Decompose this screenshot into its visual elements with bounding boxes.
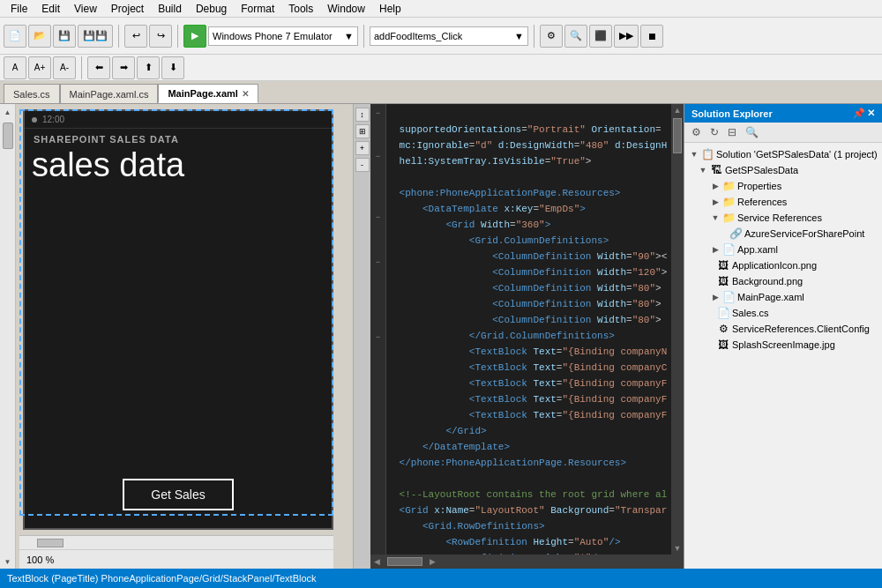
solution-pin-button[interactable]: 📌: [853, 108, 865, 119]
left-horiz-scrollbar[interactable]: [19, 535, 333, 549]
solution-root-item[interactable]: ▼ 📋 Solution 'GetSPSalesData' (1 project…: [684, 146, 882, 162]
tree-item-references[interactable]: ▶ 📁 References: [684, 194, 882, 210]
gutter-icon-2[interactable]: −: [372, 150, 385, 162]
solution-close-button[interactable]: ✕: [867, 108, 875, 119]
emulator-icon-rotate[interactable]: ↕: [355, 108, 370, 122]
open-file-button[interactable]: 📂: [28, 25, 51, 48]
service-references-arrow: ▼: [709, 213, 721, 222]
gutter-icon-4[interactable]: −: [372, 256, 385, 268]
sol-collapse-button[interactable]: ⊟: [724, 124, 740, 140]
emulator-icon-fit[interactable]: ⊞: [355, 124, 370, 138]
phone-screen: 12:00 SHAREPOINT SALES DATA sales data G…: [23, 109, 333, 530]
save-button[interactable]: 💾: [53, 25, 76, 48]
references-icon: 📁: [721, 195, 736, 209]
scroll-down-arrow[interactable]: ▼: [4, 555, 11, 569]
toolbar-btn-extra2[interactable]: 🔍: [564, 25, 587, 48]
redo-button[interactable]: ↪: [149, 25, 172, 48]
tab-mainpage-xaml[interactable]: MainPage.xaml ✕: [158, 84, 258, 103]
toolbar2-btn6[interactable]: ⬆: [137, 56, 160, 79]
tree-item-app-icon[interactable]: 🖼 ApplicationIcon.png: [684, 257, 882, 273]
code-bottom-left[interactable]: ◀: [370, 557, 384, 566]
second-toolbar: A A+ A- ⬅ ➡ ⬆ ⬇: [0, 55, 882, 81]
run-button[interactable]: ▶: [183, 25, 206, 48]
tree-item-sales-cs[interactable]: 📄 Sales.cs: [684, 305, 882, 321]
code-area: − − − − − supportedOrientations="Portrai…: [370, 104, 684, 555]
menu-project[interactable]: Project: [104, 1, 151, 17]
tab-sales-cs-label: Sales.cs: [13, 89, 50, 100]
tab-sales-cs[interactable]: Sales.cs: [4, 84, 60, 103]
project-item[interactable]: ▼ 🏗 GetSPSalesData: [684, 162, 882, 178]
scroll-up-arrow[interactable]: ▲: [4, 106, 11, 119]
save-all-button[interactable]: 💾💾: [78, 25, 113, 48]
code-bottom-right[interactable]: ▶: [426, 557, 439, 566]
tree-item-azure-service[interactable]: 🔗 AzureServiceForSharePoint: [684, 226, 882, 242]
code-panel: − − − − − supportedOrientations="Portrai…: [370, 104, 684, 569]
toolbar2-btn2[interactable]: A+: [28, 56, 51, 79]
tree-item-service-config[interactable]: ⚙ ServiceReferences.ClientConfig: [684, 321, 882, 337]
sol-properties-button[interactable]: ⚙: [688, 124, 705, 140]
horiz-scroll-thumb[interactable]: [37, 539, 64, 547]
main-area: ▲ ▼ 12:00 SHAREPOINT SALES DATA sales da…: [0, 104, 882, 569]
menu-view[interactable]: View: [67, 1, 104, 17]
tree-item-service-references[interactable]: ▼ 📁 Service References: [684, 210, 882, 226]
scroll-thumb[interactable]: [3, 123, 13, 149]
menu-tools[interactable]: Tools: [281, 1, 320, 17]
toolbar-btn-extra5[interactable]: ⏹: [640, 25, 663, 48]
toolbar2-btn7[interactable]: ⬇: [161, 56, 184, 79]
tree-item-splash[interactable]: 🖼 SplashScreenImage.jpg: [684, 337, 882, 353]
gutter-icon-1[interactable]: −: [372, 107, 385, 119]
menu-edit[interactable]: Edit: [34, 1, 67, 17]
sol-filter-button[interactable]: 🔍: [742, 124, 762, 140]
references-label: References: [737, 197, 787, 207]
service-config-icon: ⚙: [716, 322, 730, 336]
tab-mainpage-cs[interactable]: MainPage.xaml.cs: [60, 84, 159, 103]
tab-mainpage-xaml-close[interactable]: ✕: [242, 89, 249, 99]
code-scroll-down[interactable]: ▼: [671, 542, 684, 555]
gutter-icon-3[interactable]: −: [372, 211, 385, 223]
splash-label: SplashScreenImage.jpg: [732, 339, 835, 350]
code-scrollbar[interactable]: ▲ ▼: [671, 104, 684, 555]
toolbar-btn-extra1[interactable]: ⚙: [540, 25, 563, 48]
new-file-button[interactable]: 📄: [4, 25, 26, 48]
menu-build[interactable]: Build: [151, 1, 189, 17]
solution-root-label: Solution 'GetSPSalesData' (1 project): [716, 149, 878, 160]
menu-window[interactable]: Window: [320, 1, 372, 17]
get-sales-button[interactable]: Get Sales: [123, 479, 233, 510]
emulator-dropdown[interactable]: Windows Phone 7 Emulator ▼: [208, 26, 358, 46]
code-scroll-up[interactable]: ▲: [671, 104, 684, 116]
mainpage-icon: 📄: [721, 290, 736, 304]
sol-refresh-button[interactable]: ↻: [706, 124, 722, 140]
solution-header-buttons: 📌 ✕: [853, 108, 875, 119]
menu-format[interactable]: Format: [234, 1, 281, 17]
zoom-controls: 100 %: [19, 549, 333, 569]
sep2: [177, 25, 178, 48]
toolbar-btn-extra4[interactable]: ▶▶: [614, 25, 639, 48]
toolbar2-btn1[interactable]: A: [4, 56, 26, 79]
main-toolbar: 📄 📂 💾 💾💾 ↩ ↪ ▶ Windows Phone 7 Emulator …: [0, 18, 882, 55]
toolbar2-btn3[interactable]: A-: [53, 56, 76, 79]
menu-help[interactable]: Help: [372, 1, 408, 17]
tree-item-mainpage-xaml[interactable]: ▶ 📄 MainPage.xaml: [684, 289, 882, 305]
code-bottom-thumb[interactable]: [387, 557, 422, 566]
service-references-icon: 📁: [721, 211, 736, 225]
toolbar2-btn4[interactable]: ⬅: [87, 56, 110, 79]
menu-debug[interactable]: Debug: [189, 1, 234, 17]
tree-item-background[interactable]: 🖼 Background.png: [684, 273, 882, 289]
method-dropdown[interactable]: addFoodItems_Click ▼: [370, 26, 528, 46]
code-lines[interactable]: supportedOrientations="Portrait" Orienta…: [386, 104, 671, 555]
project-label: GetSPSalesData: [725, 165, 798, 175]
menu-file[interactable]: File: [4, 1, 34, 17]
phone-status-time: 12:00: [42, 115, 64, 124]
emulator-icon-zoom-out[interactable]: -: [355, 158, 370, 172]
tree-item-properties[interactable]: ▶ 📁 Properties: [684, 178, 882, 194]
code-scroll-thumb[interactable]: [673, 118, 682, 153]
left-scrollbar[interactable]: ▲ ▼: [0, 104, 16, 569]
code-bottom-scrollbar[interactable]: ◀ ▶: [370, 555, 684, 569]
emulator-icon-zoom-in[interactable]: +: [355, 141, 370, 155]
tree-item-app-xaml[interactable]: ▶ 📄 App.xaml: [684, 242, 882, 257]
service-config-label: ServiceReferences.ClientConfig: [732, 324, 870, 334]
gutter-icon-5[interactable]: −: [372, 331, 385, 343]
toolbar-btn-extra3[interactable]: ⬛: [589, 25, 612, 48]
toolbar2-btn5[interactable]: ➡: [112, 56, 135, 79]
undo-button[interactable]: ↩: [124, 25, 147, 48]
